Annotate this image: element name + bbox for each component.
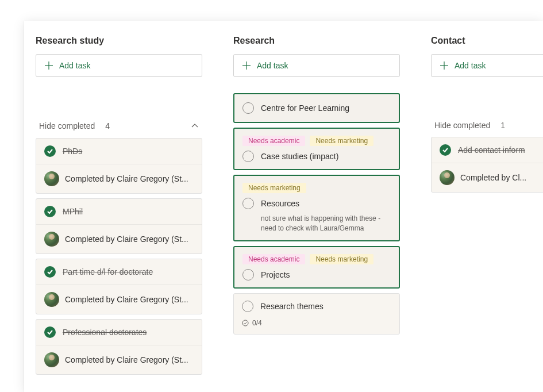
avatar <box>44 292 59 307</box>
add-task-label: Add task <box>257 61 288 70</box>
add-task-label: Add task <box>59 61 90 70</box>
task-card[interactable]: Needs marketing Resources not sure what … <box>233 175 400 241</box>
checkmark-done-icon[interactable] <box>44 266 56 278</box>
label-tag[interactable]: Needs academic <box>242 136 305 146</box>
hide-completed-toggle[interactable]: Hide completed 1 <box>431 106 543 137</box>
task-card[interactable]: Part time d/l for doctorate Completed by… <box>36 259 202 314</box>
task-title: Part time d/l for doctorate <box>63 267 153 276</box>
label-tag[interactable]: Needs academic <box>242 254 305 264</box>
label-tag[interactable]: Needs marketing <box>310 254 373 264</box>
task-title: Professional doctorates <box>63 328 147 337</box>
label-tag[interactable]: Needs marketing <box>310 136 373 146</box>
task-title: Resources <box>261 199 299 208</box>
task-title: Research themes <box>260 302 324 311</box>
hide-completed-label: Hide completed <box>434 121 490 130</box>
checkbox-empty-icon[interactable] <box>242 198 254 209</box>
svg-point-4 <box>242 320 248 326</box>
checkbox-empty-icon[interactable] <box>242 151 254 162</box>
checklist-progress: 0/4 <box>234 319 399 334</box>
checkmark-done-icon[interactable] <box>44 145 56 157</box>
task-title: Add contact inform <box>458 145 525 155</box>
avatar <box>440 170 455 185</box>
plus-icon <box>440 61 449 70</box>
task-card[interactable]: Centre for Peer Learning <box>233 93 400 123</box>
checkbox-empty-icon[interactable] <box>242 102 254 114</box>
task-card[interactable]: MPhil Completed by Claire Gregory (St... <box>36 198 202 254</box>
column-title[interactable]: Contact <box>431 32 543 54</box>
hide-completed-toggle[interactable]: Hide completed 4 <box>36 106 202 138</box>
checkbox-empty-icon[interactable] <box>242 269 254 280</box>
avatar <box>44 232 59 247</box>
task-title: Projects <box>261 270 290 279</box>
column-title[interactable]: Research study <box>36 32 210 54</box>
completed-by-text: Completed by Cl... <box>460 173 526 182</box>
task-card[interactable]: Needs academic Needs marketing Projects <box>233 246 400 289</box>
hide-completed-count: 4 <box>105 121 110 130</box>
checklist-count: 0/4 <box>252 319 262 327</box>
task-card[interactable]: Add contact inform Completed by Cl... <box>431 137 543 193</box>
hide-completed-label: Hide completed <box>39 121 95 130</box>
task-card[interactable]: Professional doctorates Completed by Cla… <box>36 319 202 375</box>
plus-icon <box>44 61 53 70</box>
planner-board: Research study Add task Hide completed 4 <box>24 21 543 392</box>
column-research: Research Add task Centre for Peer Learni… <box>222 21 419 392</box>
task-card[interactable]: PhDs Completed by Claire Gregory (St... <box>36 138 202 194</box>
task-card[interactable]: Research themes 0/4 <box>233 293 400 335</box>
task-card[interactable]: Needs academic Needs marketing Case stud… <box>233 128 400 170</box>
column-title[interactable]: Research <box>233 32 408 54</box>
task-notes: not sure what is happening with these - … <box>242 214 391 233</box>
avatar <box>44 171 59 186</box>
hide-completed-count: 1 <box>500 121 505 130</box>
add-task-button[interactable]: Add task <box>233 54 400 77</box>
add-task-label: Add task <box>455 61 486 70</box>
task-title: PhDs <box>63 147 82 156</box>
task-title: MPhil <box>63 207 83 216</box>
add-task-button[interactable]: Add task <box>431 54 543 77</box>
plus-icon <box>242 61 251 70</box>
checkmark-done-icon[interactable] <box>44 326 56 338</box>
chevron-up-icon <box>190 121 200 131</box>
completed-by-text: Completed by Claire Gregory (St... <box>65 174 188 183</box>
completed-by-text: Completed by Claire Gregory (St... <box>65 355 188 364</box>
avatar <box>44 352 59 367</box>
add-task-button[interactable]: Add task <box>36 54 202 77</box>
column-contact: Contact Add task Hide completed 1 <box>419 21 543 392</box>
checkmark-done-icon[interactable] <box>44 206 56 217</box>
completed-by-text: Completed by Claire Gregory (St... <box>65 295 188 304</box>
checkbox-empty-icon[interactable] <box>242 301 253 312</box>
task-title: Case studies (impact) <box>261 152 338 161</box>
label-tag[interactable]: Needs marketing <box>242 183 306 193</box>
completed-by-text: Completed by Claire Gregory (St... <box>65 235 188 244</box>
task-title: Centre for Peer Learning <box>261 103 349 113</box>
column-research-study: Research study Add task Hide completed 4 <box>24 21 222 392</box>
checkmark-done-icon[interactable] <box>440 144 451 156</box>
